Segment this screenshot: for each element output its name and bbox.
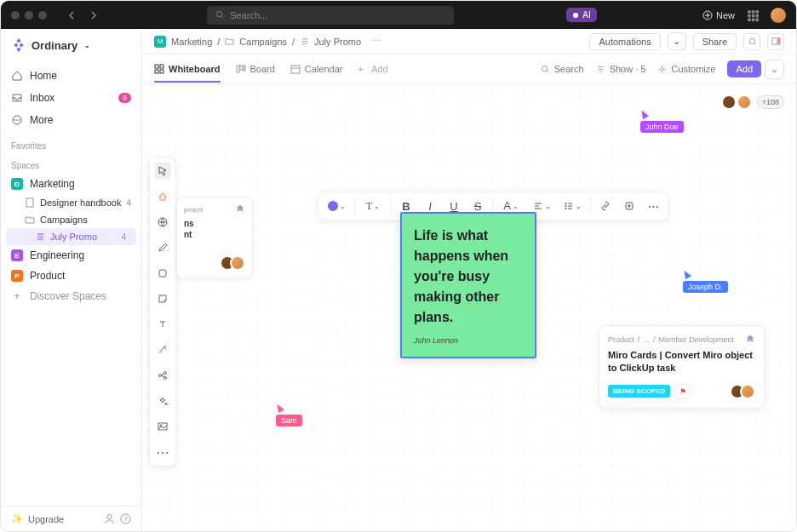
whiteboard-canvas[interactable]: +108 ⋯ pment nsnt	[142, 84, 796, 531]
collaborator-avatar[interactable]	[721, 94, 737, 110]
back-button[interactable]	[64, 7, 81, 24]
help-icon[interactable]: ?	[120, 513, 131, 524]
crumb-july-promo[interactable]: July Promo	[314, 37, 361, 47]
workspace-switcher[interactable]: Ordinary ⌄	[1, 29, 141, 61]
add-dropdown[interactable]: ⌄	[765, 60, 784, 79]
pen-icon	[157, 242, 169, 254]
link-button[interactable]	[594, 196, 616, 216]
min-dot[interactable]	[25, 11, 33, 20]
automations-button[interactable]: Automations	[589, 33, 660, 50]
tab-calendar[interactable]: Calendar	[290, 57, 343, 81]
status-tag: BEING SCOPED	[608, 385, 670, 398]
font-size[interactable]: T⌄	[358, 196, 387, 216]
tree-campaigns[interactable]: Campaigns	[1, 211, 141, 228]
svg-rect-5	[755, 10, 759, 13]
remote-cursor-john: John Doe	[640, 110, 684, 133]
ai-button[interactable]: AI	[566, 8, 596, 22]
close-dot[interactable]	[11, 11, 20, 20]
more-format[interactable]: ⋯	[642, 196, 664, 216]
task-card-partial[interactable]: pment nsnt	[176, 197, 253, 278]
customize-button[interactable]: Customize	[657, 57, 715, 81]
list-button[interactable]: ⌄	[558, 196, 587, 216]
tool-select[interactable]	[154, 163, 171, 180]
upgrade-icon: ✨	[11, 513, 23, 524]
discover-spaces[interactable]: +Discover Spaces	[1, 286, 141, 306]
svg-rect-17	[26, 198, 33, 207]
show-toggle[interactable]: Show · 5	[596, 57, 646, 81]
max-dot[interactable]	[38, 11, 47, 20]
svg-rect-4	[752, 10, 755, 13]
fill-color[interactable]: ⌄	[322, 196, 351, 216]
user-avatar[interactable]	[771, 8, 786, 23]
svg-point-31	[542, 66, 547, 71]
tool-image[interactable]	[154, 418, 171, 435]
nav-home[interactable]: Home	[1, 65, 141, 87]
collaborator-more[interactable]: +108	[757, 95, 784, 109]
svg-rect-8	[755, 14, 759, 16]
svg-point-40	[565, 203, 566, 204]
tool-pen[interactable]	[154, 239, 171, 256]
tab-board[interactable]: Board	[236, 57, 275, 81]
tool-home[interactable]	[154, 188, 171, 205]
tool-shape[interactable]	[154, 265, 171, 282]
tool-mindmap[interactable]	[154, 367, 171, 384]
tree-designer-handbook[interactable]: Designer handbook4	[1, 194, 141, 211]
tool-more[interactable]: ⋯	[154, 443, 171, 460]
card-breadcrumb: Product/ .../ Member Development	[608, 335, 755, 345]
upgrade-button[interactable]: Upgrade	[28, 514, 64, 524]
remote-cursor-joseph: Joseph D.	[683, 270, 728, 293]
search-views[interactable]: Search	[541, 57, 584, 81]
task-card-miro[interactable]: Product/ .../ Member Development Miro Ca…	[599, 325, 765, 409]
more-icon	[11, 114, 23, 126]
tree-july-promo[interactable]: July Promo4	[6, 228, 136, 245]
collaborator-avatar[interactable]	[737, 94, 752, 110]
crumb-marketing[interactable]: Marketing	[171, 37, 212, 47]
svg-rect-11	[755, 18, 759, 21]
space-marketing[interactable]: DMarketing	[1, 174, 141, 194]
svg-rect-22	[777, 38, 780, 44]
sidebar: Ordinary ⌄ Home Inbox9 More Favorites Sp…	[1, 29, 142, 531]
nav-more[interactable]: More	[1, 109, 141, 131]
space-product[interactable]: PProduct	[1, 266, 141, 286]
spaces-label: Spaces	[1, 154, 141, 174]
list-icon	[300, 37, 309, 46]
notif-button[interactable]	[743, 33, 760, 50]
card-title: Miro Cards | Convert Miro object to Clic…	[608, 349, 755, 375]
task-button[interactable]	[618, 196, 640, 216]
tool-web[interactable]	[154, 214, 171, 231]
forward-button[interactable]	[84, 7, 101, 24]
tool-connector[interactable]	[154, 341, 171, 358]
add-button[interactable]: Add	[727, 60, 761, 77]
sticky-icon	[157, 293, 169, 305]
tool-text[interactable]	[154, 316, 171, 333]
whiteboard-toolbar: ⋯	[149, 157, 176, 466]
automations-dropdown[interactable]: ⌄	[668, 32, 686, 50]
svg-rect-29	[244, 66, 245, 71]
sticky-note[interactable]: Life is what happens when you're busy ma…	[400, 212, 536, 358]
new-button[interactable]: New	[702, 10, 735, 20]
search-icon	[541, 65, 550, 74]
tab-whiteboard[interactable]: Whiteboard	[154, 57, 221, 83]
board-icon	[236, 64, 246, 74]
svg-point-14	[14, 119, 16, 121]
crumb-campaigns[interactable]: Campaigns	[239, 37, 287, 47]
tab-add-view[interactable]: +Add	[358, 57, 388, 81]
inbox-icon	[11, 92, 23, 104]
person-icon[interactable]	[104, 513, 115, 524]
text-icon	[157, 318, 169, 330]
svg-rect-24	[160, 65, 163, 68]
space-engineering[interactable]: EEngineering	[1, 245, 141, 266]
search-input[interactable]: Search...	[207, 6, 454, 25]
panel-button[interactable]	[767, 33, 784, 50]
svg-point-0	[217, 11, 222, 16]
apps-grid-icon[interactable]	[747, 9, 759, 21]
tool-sticky[interactable]	[154, 290, 171, 307]
window-controls	[11, 11, 47, 20]
tool-ai[interactable]	[154, 392, 171, 409]
more-icon[interactable]: ⋯	[371, 36, 381, 47]
priority-flag[interactable]: ⚑	[675, 384, 691, 399]
filter-icon	[596, 65, 605, 74]
share-button[interactable]: Share	[693, 33, 737, 50]
cursor-icon	[157, 165, 169, 177]
nav-inbox[interactable]: Inbox9	[1, 87, 141, 109]
